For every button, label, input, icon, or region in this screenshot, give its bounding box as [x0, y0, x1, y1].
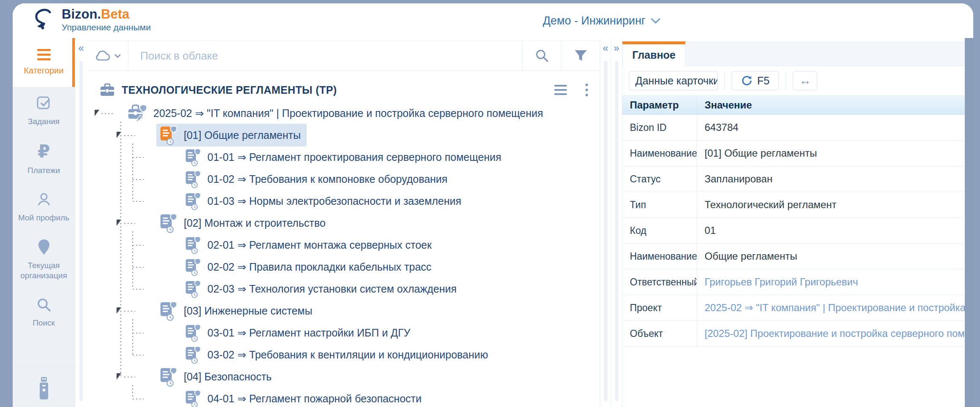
card-view-select[interactable]: Данные карточки [629, 71, 718, 90]
tree-item-label: 01-02 ⇒ Требования к компоновке оборудов… [207, 173, 447, 185]
value-cell: 01 [697, 218, 965, 243]
parameter-cell: Ответственный [622, 269, 697, 295]
refresh-button[interactable]: F5 [732, 71, 779, 90]
category-icon [160, 213, 178, 233]
sidebar-item-payments[interactable]: ₽ Платежи [13, 134, 75, 183]
tree-connector [133, 201, 144, 202]
details-scrollbar[interactable] [965, 38, 973, 407]
expander-triangle-icon[interactable] [95, 110, 99, 116]
document-icon [185, 258, 202, 276]
tab-main[interactable]: Главное [622, 41, 686, 66]
tree-connector [133, 355, 144, 355]
tree-item[interactable]: [02] Монтаж и строительство [87, 212, 597, 234]
collapse-left-icon[interactable]: « [78, 43, 84, 53]
tree-item[interactable]: 02-02 ⇒ Правила прокладки кабельных трас… [87, 256, 597, 278]
brand-accent: Beta [101, 7, 129, 22]
cloud-search-bar [87, 41, 600, 71]
doc-icon [185, 236, 202, 254]
tree-item[interactable]: 01-03 ⇒ Нормы электробезопасности и зазе… [87, 190, 597, 212]
tree-item[interactable]: 03-01 ⇒ Регламент настройки ИБП и ДГУ [87, 322, 597, 344]
tree-connector [133, 399, 144, 399]
swap-panel-button[interactable]: ↔ [793, 71, 817, 90]
details-panel: Главное Данные карточки F5 [622, 38, 973, 407]
sidebar-item-categories[interactable]: Категории [13, 38, 75, 87]
tree-connector [133, 179, 144, 180]
tree-item[interactable]: 2025-02 ⇒ "IT компания" | Проектирование… [87, 102, 597, 124]
sidebar-item-label: Категории [24, 65, 64, 76]
refresh-hotkey-label: F5 [757, 75, 769, 87]
project-briefcase-icon [128, 103, 148, 123]
sidebar-item-current-organization[interactable]: Текущая организация [13, 230, 75, 288]
filter-button[interactable] [561, 41, 600, 71]
sidebar-item-profile[interactable]: Мой профиль [13, 183, 75, 231]
value-link[interactable]: Григорьев Григорий Григорьевич [705, 276, 858, 288]
sidebar-item-tasks[interactable]: Задания [13, 87, 75, 134]
value-cell: Общие регламенты [697, 244, 965, 269]
tree-item[interactable]: 04-01 ⇒ Регламент пожарной безопасности [87, 388, 597, 407]
sidebar-item-search[interactable]: Поиск [13, 288, 75, 336]
tree-connector [124, 135, 135, 136]
cloud-search-input[interactable] [128, 41, 522, 71]
table-row: Bizon ID643784 [622, 115, 965, 141]
value-text: Запланирован [705, 173, 773, 185]
tree-item[interactable]: 01-02 ⇒ Требования к компоновке оборудов… [87, 168, 597, 190]
parameter-cell: Код [622, 218, 697, 243]
panel-left-scrollbar[interactable] [615, 61, 618, 401]
content-area: Категории Задания ₽ Платежи Мой профиль [13, 38, 973, 407]
value-link[interactable]: 2025-02 ⇒ "IT компания" | Проектирование… [705, 302, 965, 314]
expand-right-icon[interactable]: » [614, 43, 619, 53]
value-text: [01] Общие регламенты [705, 147, 817, 159]
doc-icon [185, 170, 202, 188]
toolbox-icon [100, 83, 115, 97]
more-options-icon[interactable] [585, 84, 588, 96]
list-view-icon[interactable] [554, 85, 567, 95]
cloud-scope-dropdown[interactable] [87, 41, 128, 71]
panel-expand-strip: » [611, 38, 622, 407]
table-row: ОтветственныйГригорьев Григорий Григорье… [622, 269, 965, 295]
tree-item-label: 03-01 ⇒ Регламент настройки ИБП и ДГУ [207, 327, 410, 339]
brand-name: Bizon.Beta [62, 8, 151, 22]
tree-item-label: 02-01 ⇒ Регламент монтажа серверных стое… [207, 239, 432, 251]
tree-right-scrollbar[interactable] [604, 61, 607, 401]
parameter-cell: Наименование [622, 244, 697, 269]
value-link[interactable]: [2025-02] Проектирование и постройка сер… [705, 328, 965, 339]
doc-icon [185, 258, 202, 276]
document-icon [160, 301, 178, 321]
column-header-parameter: Параметр [622, 96, 697, 114]
table-header-row: Параметр Значение [622, 95, 965, 115]
value-text: 01 [705, 225, 716, 236]
tree-item-label: 01-01 ⇒ Регламент проектирования серверн… [207, 151, 501, 163]
usb-device-icon[interactable] [37, 376, 51, 401]
toolbar-separator [724, 71, 725, 90]
tree-item[interactable]: [04] Безопасность [87, 366, 597, 388]
organization-selector[interactable]: Демо - Инжиниринг [543, 14, 661, 27]
tree-item[interactable]: 01-01 ⇒ Регламент проектирования серверн… [87, 146, 597, 168]
tree-item-label: 02-03 ⇒ Технология установки систем охла… [207, 283, 457, 295]
bizon-logo [31, 8, 55, 32]
tree-item[interactable]: 03-02 ⇒ Требования к вентиляции и кондиц… [87, 344, 597, 366]
filter-icon [574, 49, 588, 62]
sidebar-nav: Категории Задания ₽ Платежи Мой профиль [13, 38, 75, 407]
toolbar-separator [786, 71, 786, 90]
brand-subtitle: Управление данными [62, 22, 151, 33]
table-row: СтатусЗапланирован [622, 166, 965, 192]
tree-item[interactable]: 02-03 ⇒ Технология установки систем охла… [87, 278, 597, 300]
sidebar-collapse-strip: « [75, 38, 87, 407]
details-toolbar: Данные карточки F5 ↔ [622, 66, 965, 95]
parameter-cell: Проект [622, 295, 697, 320]
card-view-select-value: Данные карточки [629, 75, 718, 87]
doc-icon [185, 345, 202, 364]
user-icon [36, 192, 52, 208]
value-text: Технологический регламент [705, 199, 836, 211]
tree-connector [124, 311, 135, 312]
project-icon [128, 103, 148, 123]
tree-item[interactable]: [03] Инженерные системы [87, 300, 597, 322]
tree-item[interactable]: 02-01 ⇒ Регламент монтажа серверных стое… [87, 234, 597, 256]
search-button[interactable] [522, 41, 561, 71]
tree-header: ТЕХНОЛОГИЧЕСКИЕ РЕГЛАМЕНТЫ (ТР) [87, 80, 600, 100]
tree-connector [133, 157, 144, 158]
tree-item[interactable]: [01] Общие регламенты [87, 124, 597, 146]
collapse-left-icon[interactable]: « [603, 43, 608, 53]
tree-left-scrollbar[interactable] [79, 61, 83, 401]
menu-icon [37, 49, 51, 60]
